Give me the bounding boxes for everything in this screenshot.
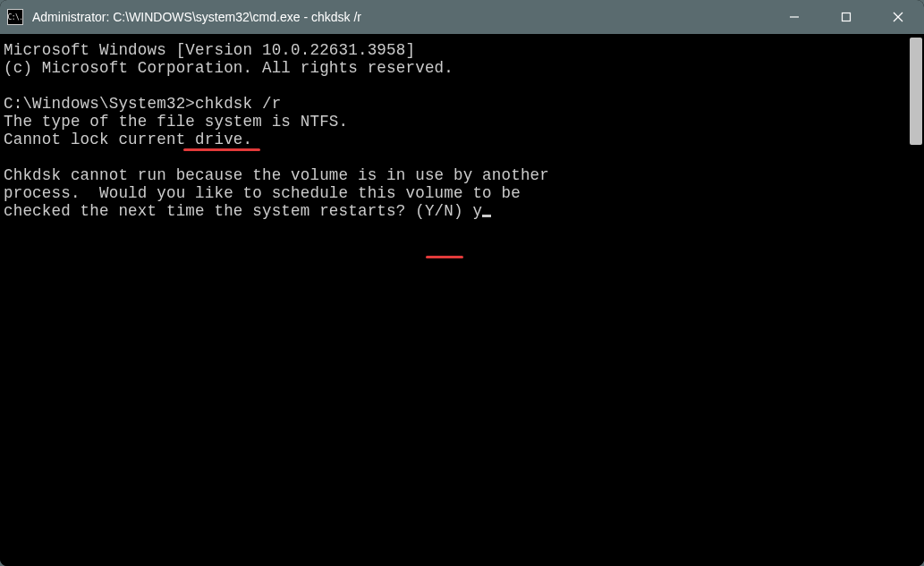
prompt-question: checked the next time the system restart… — [4, 202, 472, 220]
titlebar[interactable]: C:\. Administrator: C:\WINDOWS\system32\… — [0, 0, 924, 34]
svg-rect-1 — [843, 13, 851, 21]
user-input: y — [472, 202, 482, 220]
output-line: process. Would you like to schedule this… — [4, 184, 904, 202]
text-cursor — [482, 215, 491, 217]
cmd-icon: C:\. — [7, 9, 23, 25]
output-line — [4, 77, 904, 95]
cmd-window: C:\. Administrator: C:\WINDOWS\system32\… — [0, 0, 924, 566]
typed-command: chkdsk /r — [195, 95, 281, 113]
terminal-area: Microsoft Windows [Version 10.0.22631.39… — [0, 34, 924, 566]
window-title: Administrator: C:\WINDOWS\system32\cmd.e… — [32, 10, 768, 24]
window-controls — [768, 0, 924, 34]
output-line: The type of the file system is NTFS. — [4, 113, 904, 131]
maximize-button[interactable] — [820, 0, 872, 34]
close-icon — [892, 11, 904, 23]
maximize-icon — [840, 11, 852, 23]
minimize-icon — [788, 11, 801, 23]
scrollbar-thumb[interactable] — [910, 38, 922, 145]
output-line — [4, 148, 904, 166]
annotation-underline — [183, 148, 260, 151]
terminal-content[interactable]: Microsoft Windows [Version 10.0.22631.39… — [0, 34, 908, 566]
output-line: checked the next time the system restart… — [4, 202, 904, 220]
scrollbar[interactable] — [908, 34, 924, 566]
output-line: (c) Microsoft Corporation. All rights re… — [4, 59, 904, 77]
minimize-button[interactable] — [768, 0, 820, 34]
annotation-underline — [426, 256, 463, 258]
output-line: Chkdsk cannot run because the volume is … — [4, 166, 904, 184]
output-line: Microsoft Windows [Version 10.0.22631.39… — [4, 41, 904, 59]
output-line: C:\Windows\System32>chkdsk /r — [4, 95, 904, 113]
output-line: Cannot lock current drive. — [4, 131, 904, 148]
prompt-path: C:\Windows\System32> — [4, 95, 195, 113]
close-button[interactable] — [872, 0, 924, 34]
